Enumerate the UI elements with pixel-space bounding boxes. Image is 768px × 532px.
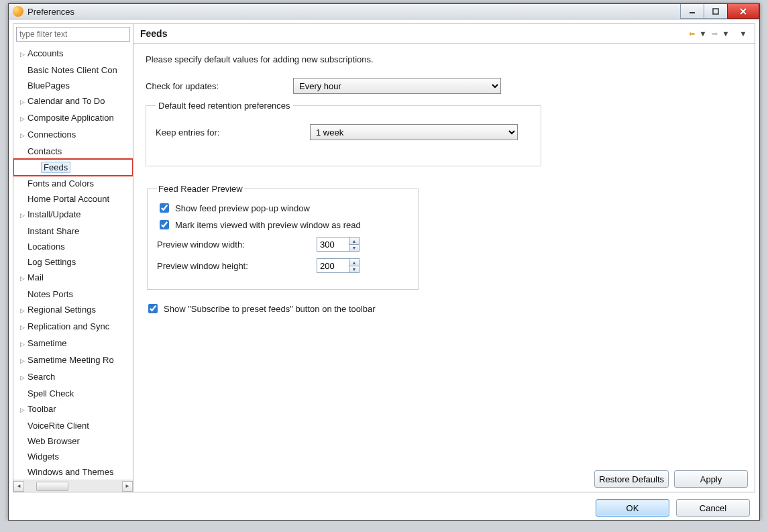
preferences-page: Feeds ⬅ ▼ ➡ ▼ ▼ Please specify default v… <box>133 23 755 492</box>
scroll-thumb[interactable] <box>36 482 68 491</box>
tree-item-label: Contacts <box>28 146 62 156</box>
tree-item[interactable]: ▷Sametime <box>13 335 133 352</box>
tree-item[interactable]: ▷Toolbar <box>13 401 133 418</box>
tree-item[interactable]: ▷Connections <box>13 127 133 144</box>
filter-input[interactable] <box>16 27 130 42</box>
minimize-button[interactable] <box>680 4 704 19</box>
tree-item[interactable]: Log Settings <box>13 254 133 270</box>
apply-button[interactable]: Apply <box>674 470 748 488</box>
tree-item[interactable]: ▷Calendar and To Do <box>13 93 133 110</box>
show-subscribe-checkbox[interactable] <box>148 304 158 313</box>
tree-item-label: Sametime <box>28 338 67 348</box>
tree-item[interactable]: BluePages <box>13 78 133 93</box>
expand-icon[interactable]: ▷ <box>19 339 26 350</box>
svg-rect-1 <box>713 9 718 14</box>
tree-item-label: Sametime Meeting Ro <box>28 355 114 365</box>
show-popup-checkbox[interactable] <box>160 203 169 213</box>
tree-item[interactable]: Fonts and Colors <box>13 176 133 191</box>
window-title: Preferences <box>28 7 74 17</box>
keep-entries-select[interactable]: 1 week <box>310 124 518 140</box>
height-up-button[interactable]: ▲ <box>349 258 360 266</box>
width-down-button[interactable]: ▼ <box>349 244 360 252</box>
tree-item-label: Fonts and Colors <box>28 178 94 189</box>
tree-item[interactable]: ▷Sametime Meeting Ro <box>13 352 133 369</box>
maximize-button[interactable] <box>704 4 728 19</box>
expand-icon[interactable]: ▷ <box>19 356 26 367</box>
expand-icon[interactable]: ▷ <box>19 322 26 333</box>
mark-read-label[interactable]: Mark items viewed with preview window as… <box>175 220 361 230</box>
tree-item[interactable]: Spell Check <box>13 386 133 401</box>
tree-item[interactable]: ▷Regional Settings <box>13 302 133 319</box>
ok-button[interactable]: OK <box>596 499 669 517</box>
forward-icon[interactable]: ➡ <box>710 29 719 38</box>
tree-item[interactable]: VoiceRite Client <box>13 418 133 433</box>
close-button[interactable] <box>727 4 759 19</box>
width-up-button[interactable]: ▲ <box>349 237 360 244</box>
window-controls <box>681 4 759 19</box>
back-menu-icon[interactable]: ▼ <box>698 29 708 38</box>
page-menu-icon[interactable]: ▼ <box>738 29 748 38</box>
tree-item-label: Calendar and To Do <box>28 96 105 106</box>
tree-item-label: Spell Check <box>28 388 74 398</box>
tree-item[interactable]: Widgets <box>13 449 133 464</box>
expand-icon[interactable]: ▷ <box>19 97 26 108</box>
tree-item[interactable]: Contacts <box>13 144 133 159</box>
tree-item-label: VoiceRite Client <box>28 421 89 431</box>
preview-height-input[interactable] <box>317 258 349 273</box>
tree-item[interactable]: ▷Mail <box>13 270 133 286</box>
horizontal-scrollbar[interactable]: ◄ ► <box>13 480 133 492</box>
expand-icon[interactable]: ▷ <box>19 113 26 125</box>
preview-group: Feed Reader Preview Show feed preview po… <box>147 184 419 290</box>
tree-item[interactable]: Locations <box>13 239 133 254</box>
cancel-button[interactable]: Cancel <box>676 499 750 517</box>
tree-item[interactable]: ▷Search <box>13 369 133 386</box>
tree-item[interactable]: ▷Composite Application <box>13 110 133 127</box>
tree-item-label: Log Settings <box>28 257 76 267</box>
check-updates-select[interactable]: Every hour <box>293 78 501 94</box>
mark-read-checkbox[interactable] <box>160 220 169 229</box>
preview-width-label: Preview window width: <box>157 240 317 250</box>
tree-item[interactable]: Notes Ports <box>13 286 133 302</box>
forward-menu-icon[interactable]: ▼ <box>721 29 730 38</box>
show-subscribe-label[interactable]: Show "Subscribe to preset feeds" button … <box>164 304 376 314</box>
page-title: Feeds <box>140 28 167 39</box>
tree-item[interactable]: ▷Replication and Sync <box>13 319 133 335</box>
preview-height-label: Preview window height: <box>157 261 317 271</box>
tree-item-label: Notes Ports <box>28 289 73 299</box>
back-icon[interactable]: ⬅ <box>687 29 696 38</box>
expand-icon[interactable]: ▷ <box>19 372 26 384</box>
tree-item[interactable]: ▷Accounts <box>13 46 133 62</box>
scroll-left-icon[interactable]: ◄ <box>13 481 24 492</box>
expand-icon[interactable]: ▷ <box>19 130 26 142</box>
preferences-tree[interactable]: ▷AccountsBasic Notes Client ConBluePages… <box>13 46 133 480</box>
tree-item[interactable]: Home Portal Account <box>13 191 133 207</box>
tree-item[interactable]: Web Browser <box>13 433 133 449</box>
expand-icon[interactable]: ▷ <box>19 405 26 416</box>
tree-item[interactable]: Instant Share <box>13 223 133 239</box>
expand-icon[interactable]: ▷ <box>19 210 26 221</box>
height-down-button[interactable]: ▼ <box>349 266 360 273</box>
restore-defaults-button[interactable]: Restore Defaults <box>594 470 669 488</box>
expand-icon[interactable]: ▷ <box>19 49 26 60</box>
tree-item-label: Connections <box>28 129 76 140</box>
preview-width-input[interactable] <box>317 237 349 252</box>
keep-entries-label: Keep entries for: <box>156 127 310 138</box>
scroll-right-icon[interactable]: ► <box>122 481 133 492</box>
tree-item[interactable]: Windows and Themes <box>13 464 133 480</box>
tree-item-label: Home Portal Account <box>28 194 109 204</box>
tree-item-label: Instant Share <box>28 226 79 236</box>
show-popup-label[interactable]: Show feed preview pop-up window <box>175 203 310 213</box>
tree-item[interactable]: ▷Install/Update <box>13 207 133 223</box>
tree-item-label: Locations <box>28 242 65 252</box>
retention-group: Default feed retention preferences Keep … <box>146 101 541 166</box>
expand-icon[interactable]: ▷ <box>19 273 26 284</box>
expand-icon[interactable]: ▷ <box>19 305 26 317</box>
tree-item-label: Replication and Sync <box>28 321 109 331</box>
page-nav: ⬅ ▼ ➡ ▼ ▼ <box>687 29 748 38</box>
tree-item-label: Feeds <box>41 162 70 173</box>
tree-item-label: Accounts <box>28 48 63 58</box>
tree-item-label: Regional Settings <box>28 305 96 315</box>
tree-item-label: BluePages <box>28 81 70 91</box>
tree-item[interactable]: Feeds <box>13 159 133 176</box>
tree-item[interactable]: Basic Notes Client Con <box>13 62 133 78</box>
